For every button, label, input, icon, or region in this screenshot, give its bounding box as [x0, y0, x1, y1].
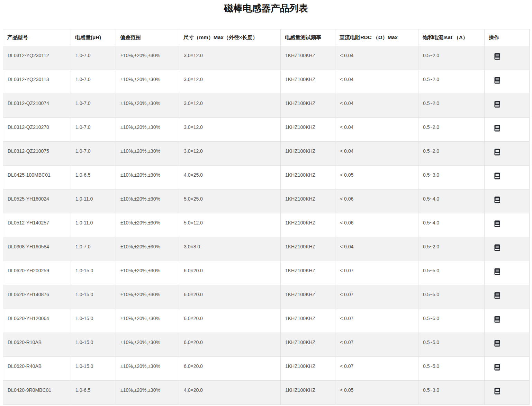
cell-model: DL0312-QZ210075	[3, 142, 71, 166]
cell-isat: 0.5~2.0	[418, 142, 485, 166]
table-row: DL0620-YH1200641.0-15.0±10%,±20%,±30%6.0…	[3, 309, 530, 333]
product-table: 产品型号电感量(μH)偏差范围尺寸（mm）Max（外径×长度）电感量测试频率直流…	[3, 29, 530, 405]
view-detail-button[interactable]	[494, 244, 500, 251]
cell-tolerance: ±10%,±20%,±30%	[116, 237, 179, 261]
view-detail-button[interactable]	[494, 101, 500, 108]
cell-tolerance: ±10%,±20%,±30%	[116, 285, 179, 309]
cell-size: 3.0×12.0	[179, 94, 281, 118]
table-row: DL0525-YH1600241.0-11.0±10%,±20%,±30%5.0…	[3, 189, 530, 213]
cell-freq: 1KHZ100KHZ	[281, 94, 335, 118]
datasheet-icon	[494, 316, 500, 323]
datasheet-icon	[494, 388, 500, 395]
cell-freq: 1KHZ100KHZ	[281, 381, 335, 405]
cell-action	[485, 189, 530, 213]
cell-size: 5.0×25.0	[179, 189, 281, 213]
cell-rdc: < 0.07	[335, 261, 418, 285]
cell-rdc: < 0.07	[335, 309, 418, 333]
view-detail-button[interactable]	[494, 220, 500, 227]
cell-freq: 1KHZ100KHZ	[281, 46, 335, 70]
view-detail-button[interactable]	[494, 316, 500, 323]
datasheet-icon	[494, 173, 500, 179]
header-row: 产品型号电感量(μH)偏差范围尺寸（mm）Max（外径×长度）电感量测试频率直流…	[3, 29, 530, 46]
datasheet-icon	[494, 53, 500, 60]
cell-inductance: 1.0-6.5	[71, 166, 116, 189]
cell-inductance: 1.0-11.0	[71, 189, 116, 213]
cell-rdc: < 0.06	[335, 189, 418, 213]
cell-isat: 0.5~2.0	[418, 94, 485, 118]
cell-action	[485, 142, 530, 166]
cell-isat: 0.5~5.0	[418, 357, 485, 381]
view-detail-button[interactable]	[494, 292, 500, 299]
cell-model: DL0620-R10AB	[3, 333, 71, 357]
cell-isat: 0.5~5.0	[418, 285, 485, 309]
cell-rdc: < 0.05	[335, 381, 418, 405]
view-detail-button[interactable]	[494, 53, 500, 60]
product-table-container: 产品型号电感量(μH)偏差范围尺寸（mm）Max（外径×长度）电感量测试频率直流…	[3, 29, 529, 405]
cell-inductance: 1.0-7.0	[71, 237, 116, 261]
view-detail-button[interactable]	[494, 340, 500, 347]
cell-rdc: < 0.04	[335, 46, 418, 70]
view-detail-button[interactable]	[494, 268, 500, 275]
column-header-action: 操作	[485, 29, 530, 46]
cell-action	[485, 285, 530, 309]
cell-action	[485, 333, 530, 357]
cell-isat: 0.5~3.0	[418, 381, 485, 405]
view-detail-button[interactable]	[494, 173, 500, 179]
cell-model: DL0312-YQ230112	[3, 46, 71, 70]
cell-inductance: 1.0-15.0	[71, 309, 116, 333]
cell-freq: 1KHZ100KHZ	[281, 166, 335, 189]
table-row: DL0308-YH1605841.0-7.0±10%,±20%,±30%3.0×…	[3, 237, 530, 261]
datasheet-icon	[494, 220, 500, 227]
view-detail-button[interactable]	[494, 125, 500, 132]
cell-action	[485, 357, 530, 381]
cell-model: DL0308-YH160584	[3, 237, 71, 261]
cell-tolerance: ±10%,±20%,±30%	[116, 213, 179, 237]
cell-action	[485, 261, 530, 285]
cell-size: 6.0×20.0	[179, 309, 281, 333]
cell-freq: 1KHZ100KHZ	[281, 285, 335, 309]
cell-size: 3.0×12.0	[179, 142, 281, 166]
cell-tolerance: ±10%,±20%,±30%	[116, 142, 179, 166]
column-header-freq: 电感量测试频率	[281, 29, 335, 46]
cell-model: DL0312-QZ210270	[3, 118, 71, 142]
column-header-model: 产品型号	[3, 29, 71, 46]
cell-inductance: 1.0-15.0	[71, 285, 116, 309]
cell-size: 6.0×20.0	[179, 357, 281, 381]
view-detail-button[interactable]	[494, 77, 500, 84]
table-row: DL0312-QZ2100741.0-7.0±10%,±20%,±30%3.0×…	[3, 94, 530, 118]
cell-inductance: 1.0-11.0	[71, 213, 116, 237]
cell-freq: 1KHZ100KHZ	[281, 261, 335, 285]
view-detail-button[interactable]	[494, 196, 500, 203]
datasheet-icon	[494, 340, 500, 347]
cell-isat: 0.5~2.0	[418, 237, 485, 261]
cell-isat: 0.5~5.0	[418, 333, 485, 357]
cell-action	[485, 381, 530, 405]
table-row: DL0312-YQ2301131.0-7.0±10%,±20%,±30%3.0×…	[3, 70, 530, 94]
cell-rdc: < 0.04	[335, 142, 418, 166]
column-header-rdc: 直流电阻RDC （Ω）Max	[335, 29, 418, 46]
cell-freq: 1KHZ100KHZ	[281, 237, 335, 261]
cell-rdc: < 0.07	[335, 285, 418, 309]
cell-action	[485, 213, 530, 237]
cell-model: DL0620-YH200259	[3, 261, 71, 285]
cell-action	[485, 309, 530, 333]
cell-tolerance: ±10%,±20%,±30%	[116, 381, 179, 405]
view-detail-button[interactable]	[494, 149, 500, 156]
datasheet-icon	[494, 292, 500, 299]
datasheet-icon	[494, 101, 500, 108]
cell-freq: 1KHZ100KHZ	[281, 333, 335, 357]
cell-inductance: 1.0-7.0	[71, 46, 116, 70]
cell-model: DL0620-YH120064	[3, 309, 71, 333]
column-header-size: 尺寸（mm）Max（外径×长度）	[179, 29, 281, 46]
cell-model: DL0425-100MBC01	[3, 166, 71, 189]
view-detail-button[interactable]	[494, 364, 500, 371]
view-detail-button[interactable]	[494, 388, 500, 395]
cell-size: 5.0×12.0	[179, 213, 281, 237]
cell-model: DL0312-QZ210074	[3, 94, 71, 118]
datasheet-icon	[494, 268, 500, 275]
cell-action	[485, 166, 530, 189]
cell-tolerance: ±10%,±20%,±30%	[116, 333, 179, 357]
cell-inductance: 1.0-15.0	[71, 357, 116, 381]
datasheet-icon	[494, 364, 500, 371]
cell-rdc: < 0.07	[335, 333, 418, 357]
